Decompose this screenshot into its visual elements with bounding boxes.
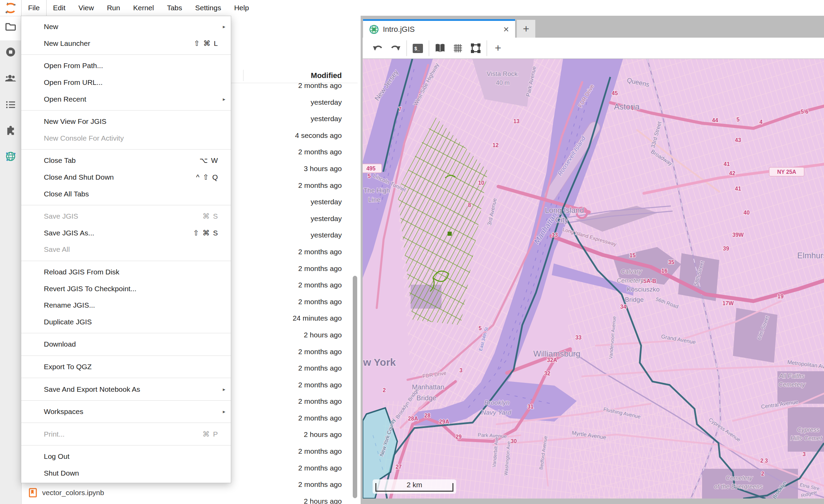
menu-item-save-all[interactable]: Save All (21, 241, 231, 258)
menubar-item-kernel[interactable]: Kernel (127, 0, 161, 16)
polygon-select-button[interactable] (467, 40, 485, 56)
file-modified-cell[interactable]: 2 hours ago (233, 327, 342, 344)
menu-item-open-recent[interactable]: Open Recent▸ (21, 91, 231, 107)
file-modified-cell[interactable]: 4 seconds ago (233, 127, 342, 144)
console-button[interactable]: $_ (409, 40, 427, 56)
menu-item-revert-jgis-to-checkpoint[interactable]: Revert JGIS To Checkpoint... (21, 280, 231, 297)
file-browser-scrollbar[interactable] (353, 276, 357, 498)
menubar-item-file[interactable]: File (21, 0, 47, 16)
menu-item-close-all-tabs[interactable]: Close All Tabs (21, 185, 231, 202)
menu-item-close-tab[interactable]: Close Tab⌥ W (21, 152, 231, 169)
menubar-item-run[interactable]: Run (100, 0, 127, 16)
menu-item-new[interactable]: New▸ (21, 18, 231, 35)
file-modified-cell[interactable]: yesterday (233, 227, 342, 244)
menubar-item-settings[interactable]: Settings (189, 0, 228, 16)
file-modified-cell[interactable]: 2 months ago (233, 460, 342, 477)
file-modified-cell[interactable]: 2 months ago (233, 377, 342, 393)
route-shield-4: 4 (760, 119, 763, 125)
menu-item-rename-jgis[interactable]: Rename JGIS... (21, 297, 231, 314)
map-label-calvary: Calvary (621, 268, 642, 275)
open-book-button[interactable] (431, 40, 449, 56)
menu-item-close-and-shut-down[interactable]: Close And Shut Down^ ⇧ Q (21, 169, 231, 186)
undo-button[interactable] (369, 40, 387, 56)
menu-item-download[interactable]: Download (21, 336, 231, 353)
map-label-40-m: 40 m (496, 79, 510, 86)
file-modified-cell[interactable]: 2 hours ago (233, 493, 342, 504)
tab-close-icon[interactable]: × (501, 24, 511, 35)
file-modified-cell[interactable]: 2 months ago (233, 344, 342, 360)
map-label-w-york: w York (363, 357, 396, 368)
redo-button[interactable] (387, 40, 404, 56)
menu-item-open-from-url[interactable]: Open From URL... (21, 74, 231, 91)
route-shield-28: 28 (424, 413, 430, 418)
menubar-item-tabs[interactable]: Tabs (160, 0, 188, 16)
route-shield-13: 13 (513, 118, 520, 124)
add-layer-button[interactable]: + (489, 40, 507, 56)
menu-item-open-from-path[interactable]: Open From Path... (21, 57, 231, 74)
file-modified-cell[interactable]: 2 months ago (233, 77, 342, 94)
menu-item-label: Save JGIS As... (44, 229, 193, 237)
file-modified-cell[interactable]: yesterday (233, 94, 342, 111)
table-of-contents-icon[interactable] (5, 99, 16, 111)
file-modified-cell[interactable]: 2 months ago (233, 294, 342, 310)
extension-puzzle-icon[interactable] (5, 125, 16, 136)
file-modified-cell[interactable]: 2 months ago (233, 244, 342, 260)
route-shield-5: 5 (479, 325, 482, 331)
menu-item-new-launcher[interactable]: New Launcher⇧ ⌘ L (21, 35, 231, 52)
file-modified-cell[interactable]: yesterday (233, 210, 342, 227)
menu-item-export-to-qgz[interactable]: Export To QGZ (21, 359, 231, 375)
file-modified-cell[interactable]: 2 months ago (233, 277, 342, 294)
menu-item-label: Save And Export Notebook As (44, 385, 219, 393)
scale-label: 2 km (373, 481, 456, 489)
file-modified-cell[interactable]: 2 hours ago (233, 426, 342, 443)
menu-item-reload-jgis-from-disk[interactable]: Reload JGIS From Disk (21, 264, 231, 281)
menu-item-save-jgis[interactable]: Save JGIS⌘ S (21, 208, 231, 225)
menu-item-label: Workspaces (44, 408, 219, 416)
menu-item-shortcut: ⌘ P (202, 430, 219, 438)
menu-item-save-and-export-notebook-as[interactable]: Save And Export Notebook As▸ (21, 381, 231, 398)
route-shield-29: 29 (455, 434, 462, 440)
file-modified-cell[interactable]: 2 months ago (233, 410, 342, 427)
file-modified-cell[interactable]: 2 months ago (233, 393, 342, 410)
file-modified-cell[interactable]: 2 months ago (233, 144, 342, 160)
submenu-arrow-icon: ▸ (219, 96, 225, 102)
menubar-item-help[interactable]: Help (228, 0, 255, 16)
file-modified-cell[interactable]: 2 months ago (233, 476, 342, 493)
route-shield-35: 35 (668, 259, 674, 265)
collaboration-users-icon[interactable] (5, 73, 16, 84)
file-modified-cell[interactable]: yesterday (233, 111, 342, 127)
map-label-all-faiths: All Faiths (779, 373, 804, 379)
menu-item-save-jgis-as[interactable]: Save JGIS As...⇧ ⌘ S (21, 225, 231, 242)
file-modified-cell[interactable]: 3 hours ago (233, 160, 342, 177)
file-listing-modified-column: 2 months agoyesterdayyesterday4 seconds … (233, 77, 342, 504)
grid-pixelize-button[interactable] (449, 40, 467, 56)
file-modified-cell[interactable]: 24 minutes ago (233, 310, 342, 327)
jgis-map-canvas[interactable]: 495NY 25A71312510845454454435 6414241403… (363, 59, 824, 499)
route-shield-7: 7 (399, 106, 402, 112)
running-sessions-icon[interactable] (5, 46, 16, 58)
menu-item-log-out[interactable]: Log Out (21, 448, 231, 465)
menu-separator (21, 378, 231, 378)
file-item-vector-colors[interactable]: vector_colors.ipynb (29, 488, 104, 497)
jupyter-logo-cell (0, 0, 21, 16)
menu-item-duplicate-jgis[interactable]: Duplicate JGIS (21, 314, 231, 331)
menu-item-print[interactable]: Print...⌘ P (21, 426, 231, 442)
map-label-the-high: The High (363, 187, 390, 194)
menubar-item-view[interactable]: View (72, 0, 100, 16)
file-modified-cell[interactable]: 2 months ago (233, 260, 342, 277)
jgis-globe-icon[interactable] (5, 151, 16, 162)
menu-item-workspaces[interactable]: Workspaces▸ (21, 403, 231, 420)
tab-intro-jgis[interactable]: Intro.jGIS × (363, 19, 515, 38)
menu-item-new-view-for-jgis[interactable]: New View For JGIS (21, 113, 231, 130)
route-shield-13: 13 (552, 232, 558, 238)
file-modified-cell[interactable]: 2 months ago (233, 360, 342, 377)
file-modified-cell[interactable]: 2 months ago (233, 177, 342, 194)
menu-item-new-console-for-activity[interactable]: New Console For Activity (21, 130, 231, 147)
file-modified-cell[interactable]: 2 months ago (233, 443, 342, 460)
file-browser-folder-icon[interactable] (5, 21, 16, 32)
file-modified-cell[interactable]: yesterday (233, 194, 342, 210)
menubar-item-edit[interactable]: Edit (47, 0, 72, 16)
menu-item-shut-down[interactable]: Shut Down (21, 465, 231, 482)
menu-item-label: Close And Shut Down (44, 173, 196, 181)
add-tab-button[interactable]: + (517, 20, 535, 38)
